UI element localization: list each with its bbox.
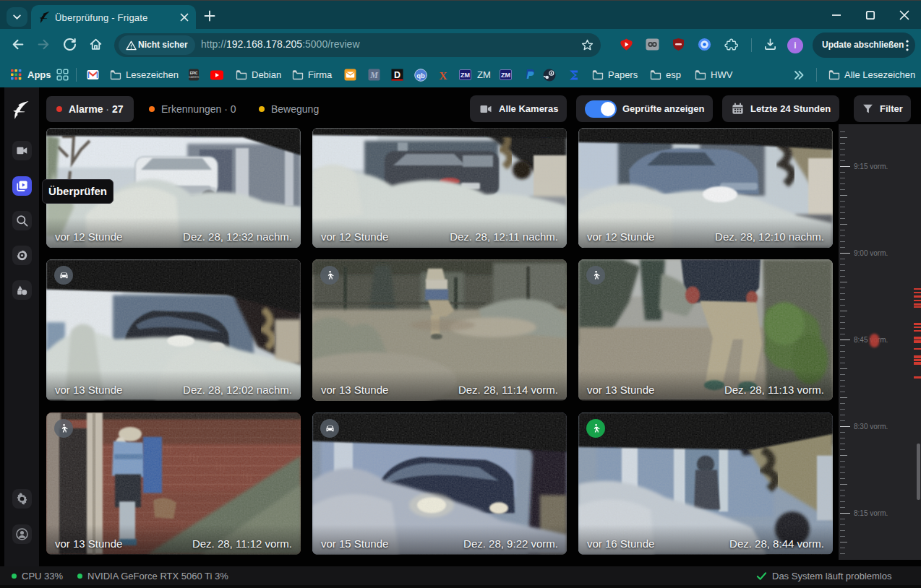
svg-text:ZM: ZM — [501, 72, 510, 79]
svg-text:X: X — [440, 69, 447, 80]
svg-text:ZM: ZM — [460, 72, 470, 79]
svg-text:M: M — [369, 70, 378, 80]
svg-text:qb: qb — [416, 71, 425, 79]
svg-text:D: D — [394, 70, 400, 80]
svg-text:GAMES: GAMES — [189, 75, 200, 79]
